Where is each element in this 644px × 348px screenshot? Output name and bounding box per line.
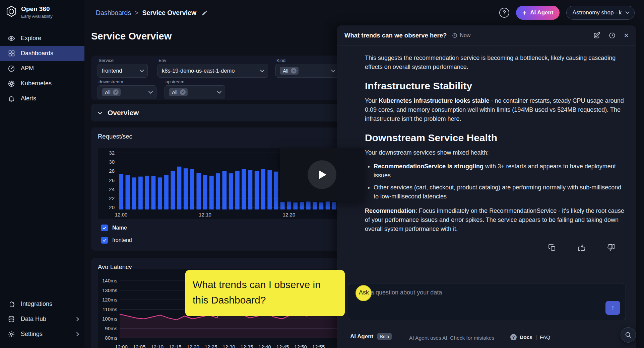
faq-link[interactable]: FAQ — [540, 334, 550, 340]
sidebar-item-explore[interactable]: Explore — [0, 31, 84, 46]
filter-label: upstream — [166, 79, 184, 84]
svg-text:80ms: 80ms — [105, 335, 117, 341]
legend-header-label: Name — [112, 225, 127, 231]
remove-tag-icon[interactable]: × — [180, 89, 186, 95]
message-heading: Downstream Service Health — [365, 132, 625, 144]
sidebar-item-integrations[interactable]: Integrations — [0, 296, 84, 312]
pencil-icon[interactable] — [201, 10, 208, 16]
chevron-down-icon — [98, 110, 102, 114]
filter-label: Kind — [276, 58, 285, 63]
sidebar-item-apm[interactable]: APM — [0, 61, 84, 76]
select-value: frontend — [102, 68, 122, 74]
callout-text: What trends can I observe in this Dashbo… — [193, 279, 321, 306]
svg-text:12:50: 12:50 — [294, 344, 307, 348]
filter-downstream: downstream All × — [98, 85, 156, 99]
message-actions — [548, 244, 615, 252]
bullet-item: RecommendationService is struggling with… — [374, 162, 625, 180]
filter-kind: Kind All × — [275, 64, 339, 78]
grid-icon — [7, 50, 15, 58]
history-icon[interactable] — [608, 32, 616, 39]
sidebar-item-label: Explore — [21, 35, 41, 42]
workspace-selector[interactable]: Astronomy shop - k — [566, 6, 635, 20]
message-paragraph: This suggests the recommendation service… — [365, 54, 625, 72]
video-overlay[interactable] — [280, 148, 364, 201]
legend-header-row[interactable]: Name — [101, 223, 132, 233]
chevron-down-icon — [260, 68, 264, 72]
ai-disclaimer: AI Agent uses AI. Check for mistakes — [409, 335, 494, 341]
question-circle-icon: ? — [510, 334, 517, 340]
checkbox-checked-icon[interactable] — [101, 225, 108, 231]
breadcrumb-dashboards-link[interactable]: Dashboards — [96, 9, 131, 17]
svg-text:130ms: 130ms — [102, 287, 117, 293]
tag-value: All — [172, 89, 178, 95]
svg-text:20: 20 — [109, 204, 115, 210]
sidebar: Open 360 Early Availability Explore — [0, 0, 84, 348]
app-subtitle: Early Availability — [21, 14, 53, 19]
global-search-fab[interactable] — [621, 327, 636, 343]
sidebar-item-label: Alerts — [21, 95, 36, 102]
svg-text:140ms: 140ms — [102, 278, 117, 283]
compose-icon[interactable] — [593, 32, 600, 39]
env-select[interactable]: k8s-19-demo-us-east-1-demo — [157, 64, 268, 78]
svg-text:120ms: 120ms — [102, 297, 117, 302]
svg-text:12:10: 12:10 — [151, 344, 164, 348]
svg-text:12:05: 12:05 — [133, 344, 146, 348]
beta-badge: Beta — [377, 333, 392, 340]
filter-label: downstream — [99, 79, 123, 84]
message-bullet-list: RecommendationService is struggling with… — [365, 162, 625, 201]
chat-input[interactable]: Ask a question about your data ↑ — [348, 283, 626, 320]
gauge-icon — [7, 65, 15, 73]
topbar-actions: ? AI Agent Astronomy shop - k — [499, 6, 635, 20]
svg-text:110ms: 110ms — [103, 307, 117, 312]
remove-tag-icon[interactable]: × — [113, 89, 119, 95]
chat-footer-brand: AI Agent Beta — [350, 333, 392, 340]
checkbox-checked-icon[interactable] — [101, 237, 108, 244]
ai-agent-button[interactable]: AI Agent — [516, 6, 559, 20]
sidebar-nav: Explore Dashboards APM — [0, 31, 84, 106]
copy-icon[interactable] — [548, 244, 556, 252]
page-title: Service Overview — [91, 31, 172, 42]
filter-upstream: upstream All × — [165, 85, 225, 99]
remove-tag-icon[interactable]: × — [291, 68, 297, 74]
service-select[interactable]: frontend — [98, 64, 148, 78]
filter-tag: All × — [102, 88, 121, 96]
thumbs-down-icon[interactable] — [607, 244, 615, 252]
help-icon[interactable]: ? — [499, 8, 509, 18]
upstream-select[interactable]: All × — [165, 85, 225, 99]
bell-icon — [7, 95, 15, 103]
chevron-down-icon — [140, 68, 144, 72]
legend-series-row[interactable]: frontend — [101, 236, 132, 245]
thumbs-up-icon[interactable] — [578, 244, 586, 252]
svg-text:12:20: 12:20 — [187, 344, 199, 348]
svg-text:12:45: 12:45 — [276, 344, 289, 348]
chevron-down-icon — [148, 89, 153, 94]
svg-text:12:00: 12:00 — [115, 212, 128, 217]
svg-text:12:25: 12:25 — [205, 344, 217, 348]
filter-tag: All × — [169, 88, 188, 96]
help-glyph: ? — [503, 9, 506, 16]
sidebar-item-kubernetes[interactable]: Kubernetes — [0, 76, 84, 91]
sidebar-item-label: APM — [21, 65, 34, 72]
svg-text:12:10: 12:10 — [199, 212, 211, 217]
downstream-select[interactable]: All × — [98, 85, 156, 99]
kind-select[interactable]: All × — [275, 64, 339, 78]
play-icon[interactable] — [308, 160, 336, 189]
send-button[interactable]: ↑ — [605, 301, 620, 315]
sidebar-item-alerts[interactable]: Alerts — [0, 91, 84, 106]
message-paragraph: Recommendation: Focus immediately on the… — [365, 206, 625, 234]
chevron-down-icon — [217, 89, 221, 94]
app-logo: Open 360 Early Availability — [5, 5, 53, 19]
chat-header: What trends can we observe here? Now × — [337, 25, 636, 46]
sidebar-item-dashboards[interactable]: Dashboards — [0, 46, 84, 61]
docs-links: ? Docs | FAQ — [510, 334, 550, 340]
workspace-name: Astronomy shop - k — [573, 9, 622, 16]
sidebar-item-settings[interactable]: Settings — [0, 327, 84, 342]
sidebar-item-data-hub[interactable]: Data Hub — [0, 312, 84, 327]
tag-value: All — [105, 89, 111, 95]
svg-text:26: 26 — [109, 177, 115, 183]
docs-link[interactable]: Docs — [520, 334, 532, 340]
section-overview-toggle[interactable]: Overview — [91, 104, 346, 121]
message-paragraph: Your Kubernetes infrastructure looks sta… — [365, 96, 625, 123]
close-icon[interactable]: × — [624, 32, 629, 39]
section-title: Overview — [108, 109, 139, 117]
